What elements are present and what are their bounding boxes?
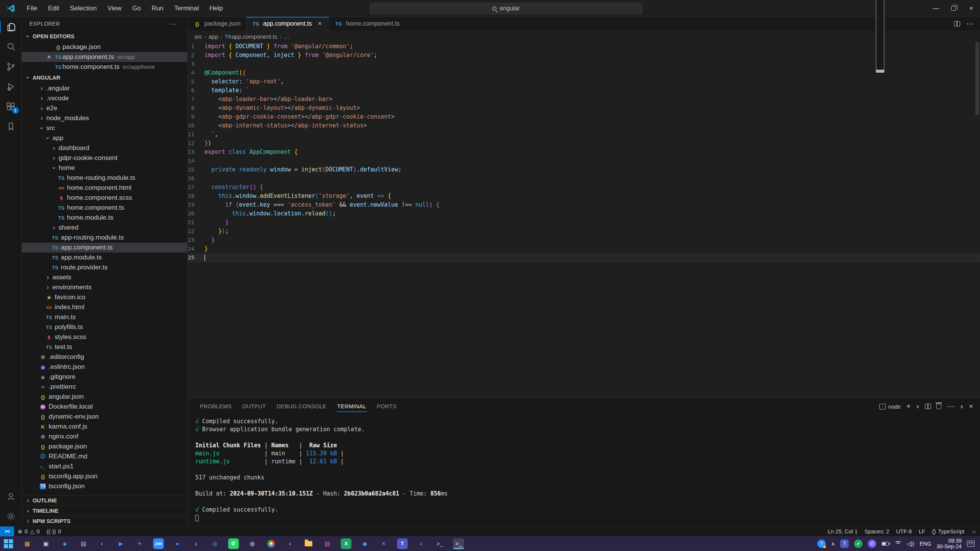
menu-edit[interactable]: Edit bbox=[42, 0, 64, 17]
split-editor-icon[interactable] bbox=[954, 21, 960, 26]
code-editor[interactable]: 1import { DOCUMENT } from '@angular/comm… bbox=[188, 42, 980, 398]
menu-go[interactable]: Go bbox=[127, 0, 146, 17]
breadcrumb-item[interactable]: … bbox=[284, 33, 289, 40]
taskbar-pinned-app-icon[interactable]: ▶ bbox=[116, 538, 126, 549]
tree-file-app.module.ts[interactable]: TSapp.module.ts bbox=[22, 253, 187, 262]
tree-folder-dashboard[interactable]: ›dashboard bbox=[22, 143, 187, 153]
terminal-dropdown-icon[interactable]: ∨ bbox=[916, 404, 920, 409]
tree-folder-src[interactable]: ›src bbox=[22, 123, 187, 133]
taskbar-pinned-app-icon[interactable]: ◈ bbox=[59, 538, 70, 549]
close-tab-icon[interactable]: × bbox=[317, 20, 323, 27]
clock[interactable]: 09:39 30-Sep-24 bbox=[937, 538, 962, 549]
tree-file-Dockerfile.local[interactable]: ♒Dockerfile.local bbox=[22, 402, 187, 412]
activity-run-and-debug-icon[interactable] bbox=[0, 77, 22, 96]
taskbar-pinned-app-icon[interactable]: ▦ bbox=[22, 538, 33, 549]
tree-file-polyfills.ts[interactable]: TSpolyfills.ts bbox=[22, 322, 187, 332]
taskbar-teams-icon[interactable]: T bbox=[397, 538, 408, 549]
taskbar-terminal-app-icon[interactable]: >_ bbox=[453, 538, 464, 549]
activity-search-icon[interactable] bbox=[0, 37, 22, 57]
tree-file-favicon.ico[interactable]: ★favicon.ico bbox=[22, 292, 187, 302]
editor-scrollbar[interactable] bbox=[975, 42, 980, 398]
volume-icon[interactable]: ◁)) bbox=[906, 541, 914, 547]
tree-file-index.html[interactable]: <>index.html bbox=[22, 302, 187, 312]
tree-file-.eslintrc.json[interactable]: ◉.eslintrc.json bbox=[22, 362, 187, 372]
tree-file-styles.scss[interactable]: §styles.scss bbox=[22, 332, 187, 342]
explorer-more-actions-icon[interactable]: ··· bbox=[169, 20, 176, 28]
menu-help[interactable]: Help bbox=[204, 0, 228, 17]
tree-file-route.provider.ts[interactable]: TSroute.provider.ts bbox=[22, 262, 187, 272]
menu-selection[interactable]: Selection bbox=[65, 0, 102, 17]
tree-file-nginx.conf[interactable]: ⚙nginx.conf bbox=[22, 432, 187, 442]
taskbar-file-explorer-icon[interactable] bbox=[303, 538, 314, 549]
section-outline[interactable]: ›OUTLINE bbox=[22, 495, 187, 505]
tree-file-home.component.ts[interactable]: TShome.component.ts bbox=[22, 203, 187, 213]
tree-folder-app[interactable]: ›app bbox=[22, 133, 187, 143]
tree-file-dynamic-env.json[interactable]: {}dynamic-env.json bbox=[22, 412, 187, 422]
activity-extensions-icon[interactable]: 1 bbox=[0, 96, 22, 116]
close-button[interactable]: × bbox=[962, 0, 980, 17]
close-editor-icon[interactable]: ✕ bbox=[44, 54, 54, 60]
taskbar-browser-app-icon[interactable]: ◎ bbox=[209, 538, 220, 549]
tree-file-main.ts[interactable]: TSmain.ts bbox=[22, 312, 187, 322]
tab-package.json[interactable]: {}package.json bbox=[188, 17, 246, 31]
minimize-button[interactable]: — bbox=[927, 0, 945, 17]
menu-run[interactable]: Run bbox=[146, 0, 169, 17]
open-editors-section-header[interactable]: › OPEN EDITORS bbox=[22, 31, 187, 42]
open-editor-item[interactable]: TShome.component.tssrc\app\home bbox=[22, 62, 187, 72]
terminal-output[interactable]: √ Compiled successfully.√ Browser applic… bbox=[188, 414, 980, 526]
section-timeline[interactable]: ›TIMELINE bbox=[22, 505, 187, 516]
close-panel-icon[interactable]: × bbox=[969, 402, 973, 411]
taskbar-zoom-icon[interactable]: zm bbox=[153, 538, 164, 549]
remote-indicator[interactable]: >< bbox=[0, 527, 14, 536]
tree-file-tsconfig.json[interactable]: TStsconfig.json bbox=[22, 481, 187, 491]
cursor-position[interactable]: Ln 25, Col 1 bbox=[824, 527, 861, 536]
taskbar-chrome-icon[interactable] bbox=[266, 538, 276, 549]
tab-home.component.ts[interactable]: TShome.component.ts bbox=[329, 17, 406, 31]
teams-tray-icon[interactable]: T bbox=[840, 540, 849, 548]
breadcrumb-item[interactable]: app bbox=[209, 33, 218, 40]
panel-tab-debug-console[interactable]: DEBUG CONSOLE bbox=[272, 398, 331, 414]
panel-tab-problems[interactable]: PROBLEMS bbox=[195, 398, 236, 414]
section-npm-scripts[interactable]: ›NPM SCRIPTS bbox=[22, 516, 187, 526]
notifications-bell[interactable]: ∩ bbox=[968, 527, 980, 536]
tree-file-.gitignore[interactable]: ◆.gitignore bbox=[22, 372, 187, 382]
tree-file-package.json[interactable]: {}package.json bbox=[22, 442, 187, 452]
wifi-icon[interactable] bbox=[894, 541, 901, 546]
indentation-setting[interactable]: Spaces: 2 bbox=[861, 527, 893, 536]
tree-folder-gdpr-cookie-consent[interactable]: ›gdpr-cookie-consent bbox=[22, 153, 187, 163]
taskbar-visual-studio-icon[interactable]: ✕ bbox=[378, 538, 389, 549]
tree-folder-environments[interactable]: ›environments bbox=[22, 282, 187, 292]
taskbar-pinned-app-icon[interactable]: ▧ bbox=[322, 538, 333, 549]
tree-folder-.vscode[interactable]: ›.vscode bbox=[22, 93, 187, 103]
activity-bookmarks-icon[interactable] bbox=[0, 116, 22, 136]
tree-file-test.ts[interactable]: TStest.ts bbox=[22, 342, 187, 352]
command-center-search[interactable]: angular bbox=[370, 3, 642, 14]
taskbar-whatsapp-icon[interactable]: ✆ bbox=[228, 538, 239, 549]
tree-folder-shared[interactable]: ›shared bbox=[22, 223, 187, 233]
menu-file[interactable]: File bbox=[21, 0, 42, 17]
breadcrumb-item[interactable]: TSapp.component.ts bbox=[225, 33, 277, 40]
taskbar-pinned-app-icon[interactable]: ▤ bbox=[78, 538, 89, 549]
battery-icon[interactable] bbox=[882, 542, 889, 546]
tree-file-home.component.scss[interactable]: §home.component.scss bbox=[22, 193, 187, 203]
tree-file-README.md[interactable]: ⓘREADME.md bbox=[22, 452, 187, 461]
panel-tab-terminal[interactable]: TERMINAL bbox=[333, 398, 371, 414]
editor-more-actions-icon[interactable]: ⋯ bbox=[966, 19, 974, 28]
activity-explorer-icon[interactable] bbox=[0, 17, 22, 37]
taskbar-excel-icon[interactable]: X bbox=[341, 538, 351, 549]
panel-more-actions-icon[interactable]: ⋯ bbox=[947, 402, 954, 411]
tree-file-tsconfig.app.json[interactable]: {}tsconfig.app.json bbox=[22, 471, 187, 481]
tree-folder-e2e[interactable]: ›e2e bbox=[22, 103, 187, 113]
tree-file-home.module.ts[interactable]: TShome.module.ts bbox=[22, 213, 187, 223]
viber-tray-icon[interactable]: ✆ bbox=[868, 540, 876, 548]
ports-indicator[interactable]: ((·))0 bbox=[43, 527, 65, 536]
language-indicator[interactable]: ENG bbox=[920, 541, 931, 547]
activity-manage-icon[interactable] bbox=[0, 506, 22, 526]
tree-file-app.component.ts[interactable]: TSapp.component.ts bbox=[22, 243, 187, 253]
tree-file-home.component.html[interactable]: <>home.component.html bbox=[22, 183, 187, 193]
activity-accounts-icon[interactable] bbox=[0, 486, 22, 506]
tree-file-home-routing.module.ts[interactable]: TShome-routing.module.ts bbox=[22, 173, 187, 183]
tree-file-.prettierrc[interactable]: ≡.prettierrc bbox=[22, 382, 187, 392]
tree-file-app-routing.module.ts[interactable]: TSapp-routing.module.ts bbox=[22, 233, 187, 243]
tree-file-angular.json[interactable]: {}angular.json bbox=[22, 392, 187, 402]
